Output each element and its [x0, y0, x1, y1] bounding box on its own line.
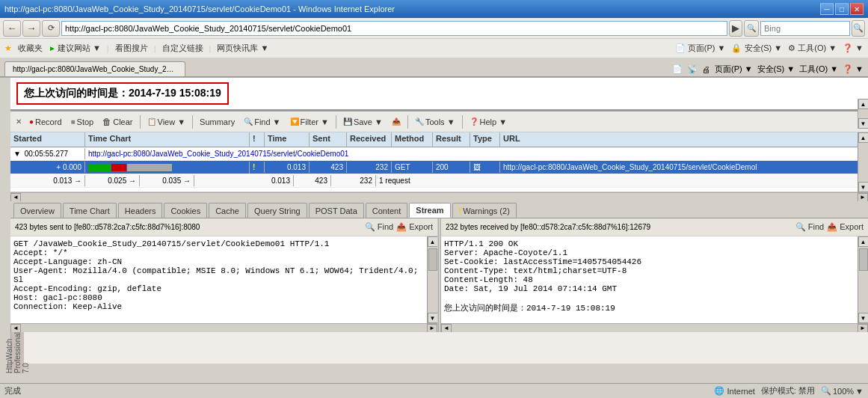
col-url[interactable]: URL [500, 132, 858, 147]
received-scroll-down[interactable]: ▼ [858, 313, 869, 323]
sent-export-button[interactable]: 📤 Export [396, 222, 433, 232]
custom-links[interactable]: 自定义链接 [162, 43, 203, 54]
stream-sent-content: GET /JavaWeb_Cookie_Study_20140715/servl… [10, 236, 427, 323]
scroll-up[interactable]: ▲ [858, 99, 869, 109]
col-time[interactable]: Time [265, 132, 310, 147]
list-scroll-down[interactable]: ▼ [858, 182, 869, 192]
clear-button[interactable]: 🗑 Clear [99, 114, 136, 130]
cmd-security[interactable]: 🔒 安全(S) ▼ [731, 43, 782, 54]
col-timechart[interactable]: Time Chart [85, 132, 250, 147]
forward-button[interactable]: → [22, 20, 40, 37]
maximize-button[interactable]: □ [835, 3, 849, 15]
cmd-tools[interactable]: ⚙ 工具(O) ▼ [788, 43, 837, 54]
col-sent[interactable]: Sent [310, 132, 347, 147]
sent-hscrollbar[interactable]: ◄ ► [10, 323, 437, 332]
tab-querystring[interactable]: Query String [247, 203, 307, 218]
sent-bytes-label: 423 bytes sent to [fe80::d578:2ca7:c5fc:… [15, 223, 200, 231]
refresh-button[interactable]: ⟳ [42, 20, 60, 37]
tab-cache[interactable]: Cache [209, 203, 246, 218]
sent-hscroll-right[interactable]: ► [427, 324, 437, 333]
recv-hscroll-left[interactable]: ◄ [441, 324, 452, 333]
received-export-button[interactable]: 📤 Export [827, 222, 864, 232]
favorites-menu[interactable]: 收藏夹 [18, 43, 43, 54]
sep3 [336, 115, 336, 129]
tab-warnings[interactable]: ! Warnings (2) [452, 203, 517, 218]
filter-button[interactable]: 🔽 Filter ▼ [286, 114, 333, 130]
received-scroll-thumb[interactable] [859, 248, 868, 271]
col-result[interactable]: Result [433, 132, 470, 147]
tab-cookies[interactable]: Cookies [164, 203, 207, 218]
zoom-control[interactable]: 🔍 100% ▼ [821, 386, 864, 396]
search-button[interactable]: 🔍 [852, 20, 865, 37]
help-cmd[interactable]: ❓ ▼ [843, 64, 864, 74]
tab-timechart[interactable]: Time Chart [63, 203, 117, 218]
sep2: | [154, 44, 156, 53]
summary-button[interactable]: Summary [196, 114, 238, 130]
cmd-help[interactable]: ❓ ▼ [843, 43, 864, 53]
save-button[interactable]: 💾 Save ▼ [339, 114, 387, 130]
table-row[interactable]: ▼ 00:05:55.277 http://gacl-pc:8080/JavaW… [10, 147, 858, 161]
hscroll-left[interactable]: ◄ [10, 193, 21, 202]
find-button[interactable]: 🔍 Find ▼ [240, 114, 284, 130]
go-button[interactable]: ▶ [729, 20, 742, 37]
stop-button[interactable]: ■ Stop [67, 114, 98, 130]
image-search[interactable]: 看图搜片 [115, 43, 148, 54]
list-header: Started Time Chart ! Time Sent Received … [10, 132, 858, 147]
table-row[interactable]: + 0.000 ! 0.013 423 232 GET [10, 161, 858, 174]
tools-cmd[interactable]: 工具(O) ▼ [799, 64, 838, 75]
hscroll-right[interactable]: ► [858, 193, 868, 202]
received-find-button[interactable]: 🔍 Find [795, 222, 824, 232]
hw-toolbar: ✕ ● Record ■ Stop 🗑 Clear 📋 View ▼ [10, 111, 868, 132]
list-scroll-up[interactable]: ▲ [858, 132, 869, 143]
sep2 [192, 115, 193, 129]
hw-close-button[interactable]: ✕ [13, 117, 24, 127]
recv-hscroll-right[interactable]: ► [858, 324, 868, 333]
sent-scroll-down[interactable]: ▼ [428, 313, 438, 323]
page-main-content: 您上次访问的时间是：2014-7-19 15:08:19 [16, 82, 229, 105]
web-slices[interactable]: 网页快讯库 ▼ [217, 43, 268, 54]
close-button[interactable]: ✕ [850, 3, 864, 15]
browser-tab[interactable]: http://gacl-pc:8080/JavaWeb_Cookie_Study… [4, 61, 185, 76]
tab-content[interactable]: Content [366, 203, 408, 218]
status-ready: 完成 [4, 385, 21, 397]
suggested-sites[interactable]: ► 建议网站 ▼ [49, 43, 101, 54]
view-button[interactable]: 📋 View ▼ [144, 114, 190, 130]
export-button[interactable]: 📤 [388, 114, 404, 130]
stream-received-header: 232 bytes received by [fe80::d578:2ca7:c… [441, 218, 868, 236]
zone-label: Internet [727, 387, 755, 396]
sent-scrollbar[interactable]: ▲ ▼ [427, 236, 437, 323]
search-input[interactable] [760, 21, 850, 36]
security-cmd[interactable]: 安全(S) ▼ [757, 64, 795, 75]
sent-scroll-thumb[interactable] [428, 248, 437, 271]
col-method[interactable]: Method [392, 132, 433, 147]
tab-postdata[interactable]: POST Data [309, 203, 364, 218]
sent-hscroll-left[interactable]: ◄ [10, 324, 21, 333]
col-received[interactable]: Received [347, 132, 392, 147]
sent-scroll-up[interactable]: ▲ [428, 236, 438, 247]
cmd-page[interactable]: 📄 页面(P) ▼ [675, 43, 726, 54]
col-excl[interactable]: ! [250, 132, 265, 147]
help-button[interactable]: ❓ Help ▼ [466, 114, 511, 130]
request-list: Started Time Chart ! Time Sent Received … [10, 132, 858, 192]
record-button[interactable]: ● Record [25, 114, 66, 130]
zone-icon: 🌐 [714, 386, 724, 396]
window-title: http://gacl-pc:8080/JavaWeb_Cookie_Study… [4, 4, 395, 13]
page-cmd[interactable]: 页面(P) ▼ [715, 64, 753, 75]
tab-headers[interactable]: Headers [118, 203, 163, 218]
back-button[interactable]: ← [3, 20, 21, 37]
received-hscrollbar[interactable]: ◄ ► [441, 323, 868, 332]
row-group-expand[interactable]: ▼ 00:05:55.277 [10, 148, 85, 159]
received-scrollbar[interactable]: ▲ ▼ [858, 236, 868, 323]
tab-overview[interactable]: Overview [13, 203, 61, 218]
address-bar[interactable] [61, 21, 727, 36]
sent-find-button[interactable]: 🔍 Find [365, 222, 393, 232]
tab-stream[interactable]: Stream [409, 203, 450, 218]
scroll-down[interactable]: ▼ [858, 118, 869, 129]
received-scroll-up[interactable]: ▲ [858, 236, 869, 247]
tools-button[interactable]: 🔧 Tools ▼ [411, 114, 459, 130]
minimize-button[interactable]: ─ [820, 3, 834, 15]
col-started[interactable]: Started [10, 132, 85, 147]
list-hscrollbar[interactable]: ◄ ► [10, 192, 868, 201]
list-scrollbar[interactable]: ▲ ▼ [858, 132, 868, 192]
col-type[interactable]: Type [470, 132, 500, 147]
